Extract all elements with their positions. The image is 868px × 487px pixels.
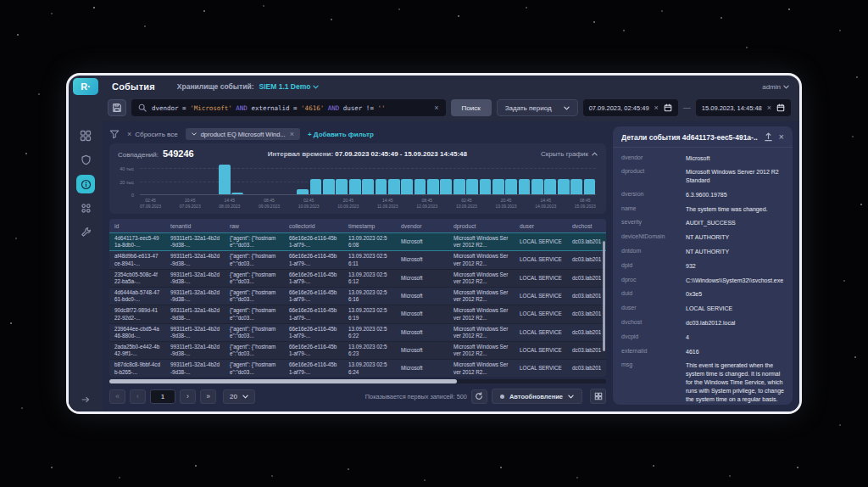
chart-bar[interactable] (231, 193, 243, 194)
chart-bar[interactable] (453, 179, 465, 194)
funnel-icon[interactable] (109, 129, 120, 139)
date-from-input[interactable]: 07.09.2023, 02:45:49 × (583, 99, 678, 116)
chart-bar[interactable] (505, 179, 517, 194)
user-menu[interactable]: admin (762, 83, 789, 91)
sidebar-item-events-active[interactable] (76, 175, 95, 193)
sidebar-collapse-button[interactable] (81, 395, 91, 405)
chart-bar[interactable] (415, 179, 426, 194)
column-header-id[interactable]: id (109, 219, 165, 232)
columns-settings-button[interactable] (590, 389, 606, 404)
x-tick-time: 08:45 (259, 198, 280, 204)
sidebar-item-components[interactable] (81, 203, 92, 214)
add-filter-button[interactable]: + Добавить фильтр (308, 131, 374, 138)
remove-filter-icon[interactable]: × (290, 131, 294, 138)
chart-bar[interactable] (388, 179, 400, 194)
clear-date-icon[interactable]: × (767, 104, 771, 112)
hide-chart-button[interactable]: Скрыть график (541, 150, 598, 158)
chart-bar[interactable] (323, 179, 335, 194)
save-query-button[interactable] (108, 99, 126, 116)
chart-bar[interactable] (401, 179, 413, 194)
calendar-icon[interactable] (664, 104, 672, 112)
period-dropdown[interactable]: Задать период (497, 99, 578, 116)
column-header-duser[interactable]: duser (515, 219, 567, 232)
chart-bar[interactable] (531, 179, 543, 194)
chart-bar[interactable] (427, 179, 439, 194)
chart-bar[interactable] (558, 179, 570, 194)
table-row[interactable]: 2ada25b0-e442-4b42-9ff1-...99311ef1-32a1… (109, 342, 606, 360)
clear-date-icon[interactable]: × (654, 104, 659, 112)
chevron-down-icon (783, 85, 789, 89)
cell-dproduct: Microsoft Windows Server 2012 R2... (448, 305, 515, 322)
field-key: dntdom (621, 248, 686, 254)
chart-bar[interactable] (310, 179, 322, 194)
column-header-tenantid[interactable]: tenantid (165, 219, 225, 232)
top-header: R· События Хранилище событий: SIEM 1.1 D… (69, 76, 799, 98)
details-row: dvchostdc03.lab2012.local (621, 316, 784, 331)
search-input[interactable]: dvendor = 'Microsoft' AND externalid = '… (131, 99, 446, 116)
storage-selector[interactable]: SIEM 1.1 Demo (259, 82, 320, 91)
table-row[interactable]: 4d641173-eec5-491a-8db0-...99311ef1-32a1… (109, 232, 606, 251)
sidebar-item-settings[interactable] (81, 227, 92, 238)
next-page-button[interactable]: › (180, 389, 196, 404)
shield-icon (81, 154, 92, 165)
table-row[interactable]: 90dc8f72-989d-4122-92d2-...99311ef1-32a1… (109, 305, 606, 323)
cell-duser: LOCAL SERVICE (515, 363, 567, 373)
last-page-button[interactable]: » (200, 389, 216, 404)
sidebar-item-security[interactable] (81, 154, 92, 165)
field-key: dvchost (621, 319, 686, 325)
refresh-button[interactable] (471, 389, 487, 404)
chart-bar[interactable] (219, 165, 231, 194)
chart-bar[interactable] (544, 179, 556, 194)
first-page-button[interactable]: « (109, 389, 125, 404)
cell-tenantid: 99311ef1-32a1-4b2d-9d38-... (165, 342, 225, 359)
reset-filters-button[interactable]: × Сбросить все (127, 131, 178, 138)
column-header-collectorid[interactable]: collectorid (284, 219, 343, 232)
page-number-input[interactable]: 1 (150, 389, 175, 404)
table-row[interactable]: b87dc8c8-9bbf-4cdb-b265-...99311ef1-32a1… (109, 360, 606, 377)
chart-bar[interactable] (440, 179, 452, 194)
chart-bar[interactable] (336, 179, 348, 194)
column-header-dvendor[interactable]: dvendor (396, 219, 448, 232)
cell-tenantid: 99311ef1-32a1-4b2d-9d38-... (165, 360, 225, 377)
search-button[interactable]: Поиск (451, 99, 492, 116)
cell-collectorid: 66e16e26-e116-45b1-af79-... (284, 342, 343, 359)
table-row[interactable]: 2354cb05-508c-4f22-ba5a-...99311ef1-32a1… (109, 270, 606, 288)
table-row[interactable]: 239644ee-cbd5-4a46-880d-...99311ef1-32a1… (109, 324, 606, 342)
export-icon[interactable] (764, 132, 773, 142)
status-dot-icon (500, 395, 504, 399)
chart-bar[interactable] (519, 179, 531, 194)
chart-bar[interactable] (570, 179, 582, 194)
scrollbar-thumb[interactable] (109, 379, 457, 383)
column-header-dvchost[interactable]: dvchost (567, 219, 606, 232)
filter-chip-label: dproduct EQ Microsoft Wind... (201, 131, 286, 138)
chart-bar[interactable] (492, 179, 504, 194)
field-value: 4 (686, 333, 784, 342)
chart-bar[interactable] (584, 179, 596, 194)
table-row[interactable]: af48d9b6-e613-47ce-8941-...99311ef1-32a1… (109, 251, 606, 269)
column-header-dproduct[interactable]: dproduct (448, 219, 515, 232)
app-logo[interactable]: R· (73, 78, 98, 95)
vertical-scrollbar[interactable] (603, 241, 605, 351)
column-header-raw[interactable]: raw (225, 219, 284, 232)
date-to-input[interactable]: 15.09.2023, 14:45:48 × (696, 99, 791, 116)
column-header-timestamp[interactable]: timestamp (343, 219, 396, 232)
chart-bar[interactable] (376, 179, 387, 194)
sidebar-item-dashboards[interactable] (80, 130, 92, 142)
table-row[interactable]: 4d6444ab-5748-4761-bdc0-...99311ef1-32a1… (109, 288, 606, 305)
horizontal-scrollbar[interactable] (109, 379, 606, 383)
cell-collectorid: 66e16e26-e116-45b1-af79-... (284, 288, 343, 305)
chart-bar[interactable] (349, 179, 361, 194)
close-panel-icon[interactable]: × (779, 132, 784, 142)
chart-bar[interactable] (480, 179, 492, 194)
page-size-select[interactable]: 20 (223, 389, 255, 404)
table-footer: « ‹ 1 › » 20 Показывается первых записей… (109, 386, 606, 406)
clear-query-icon[interactable]: × (434, 104, 438, 112)
prev-page-button[interactable]: ‹ (130, 389, 146, 404)
calendar-icon[interactable] (776, 104, 785, 112)
refresh-icon (475, 392, 483, 400)
chart-bar[interactable] (362, 179, 374, 194)
chart-bar[interactable] (466, 179, 478, 194)
chart-bar[interactable] (297, 189, 309, 194)
autorefresh-button[interactable]: Автообновление (492, 389, 582, 404)
filter-chip[interactable]: dproduct EQ Microsoft Wind... × (186, 128, 300, 140)
